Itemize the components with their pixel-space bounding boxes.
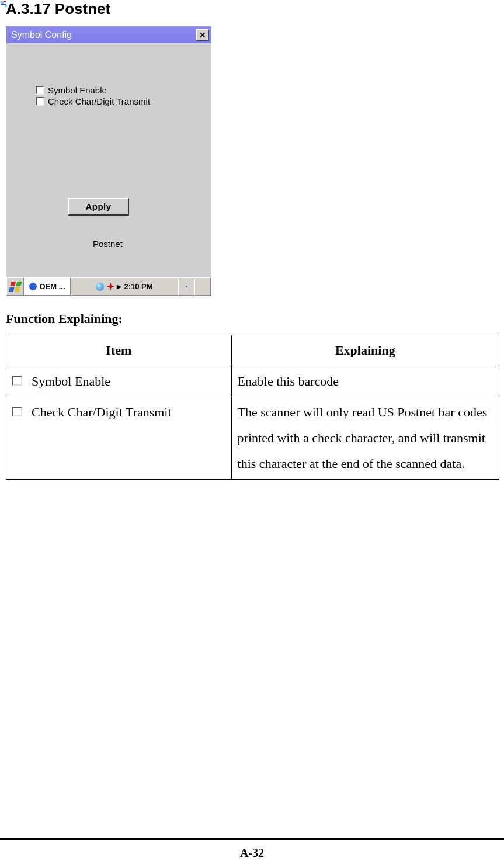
apply-button[interactable]: Apply xyxy=(68,198,129,216)
tray-item-2[interactable] xyxy=(194,277,211,296)
dialog-titlebar: Symbol Config ✕ xyxy=(6,27,211,43)
checkbox-icon xyxy=(12,407,22,416)
checkbox-group: Symbol Enable Check Char/Digit Transmit xyxy=(36,85,150,107)
checkbox-icon xyxy=(12,376,22,386)
taskbar-app-label: OEM ... xyxy=(39,282,65,291)
table-item-label: Check Char/Digit Transmit xyxy=(32,400,172,425)
table-explaining-cell: The scanner will only read US Postnet ba… xyxy=(231,397,499,480)
screenshot-frame: Symbol Config ✕ Symbol Enable Check Char… xyxy=(6,26,211,296)
system-tray[interactable]: ▶ 2:10 PM xyxy=(71,277,178,296)
taskbar-app-button[interactable]: OEM ... xyxy=(24,277,71,296)
dialog-body: Symbol Enable Check Char/Digit Transmit … xyxy=(6,43,211,277)
function-explaining-heading: Function Explaining: xyxy=(6,311,498,327)
dialog-title: Symbol Config xyxy=(11,30,72,40)
footer-divider xyxy=(0,838,504,840)
checkbox-icon xyxy=(36,97,44,106)
close-button[interactable]: ✕ xyxy=(196,29,209,41)
tool-icon xyxy=(106,283,114,291)
tray-item-1[interactable] xyxy=(178,277,194,296)
checkbox-icon xyxy=(36,86,44,95)
table-item-label: Symbol Enable xyxy=(32,369,110,394)
dialog-sublabel: Postnet xyxy=(93,239,123,249)
table-row: Symbol Enable Enable this barcode xyxy=(6,366,499,397)
app-icon xyxy=(29,283,37,290)
table-row: Check Char/Digit Transmit The scanner wi… xyxy=(6,397,499,480)
checkbox-row-symbol-enable[interactable]: Symbol Enable xyxy=(36,85,150,95)
table-header-item: Item xyxy=(6,335,232,366)
checkbox-label: Symbol Enable xyxy=(48,85,107,95)
section-heading: A.3.17 Postnet xyxy=(6,0,498,26)
table-header-explaining: Explaining xyxy=(231,335,499,366)
note-icon xyxy=(186,286,187,287)
checkbox-label: Check Char/Digit Transmit xyxy=(48,96,150,106)
windows-icon xyxy=(10,282,20,292)
function-table: Item Explaining Symbol Enable Enable thi… xyxy=(6,335,499,480)
table-explaining-cell: Enable this barcode xyxy=(231,366,499,397)
world-icon xyxy=(96,283,104,291)
taskbar: OEM ... ▶ 2:10 PM xyxy=(6,277,211,296)
tray-arrow-icon: ▶ xyxy=(117,283,121,290)
taskbar-clock: 2:10 PM xyxy=(124,282,152,291)
page-number: A-32 xyxy=(0,846,504,860)
checkbox-row-check-char-transmit[interactable]: Check Char/Digit Transmit xyxy=(36,96,150,106)
start-button[interactable] xyxy=(6,277,24,296)
close-icon: ✕ xyxy=(199,30,206,40)
